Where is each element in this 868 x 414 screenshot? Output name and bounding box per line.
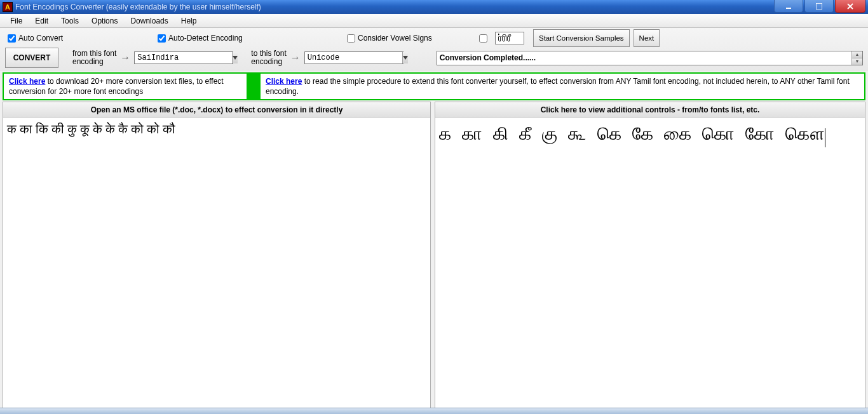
maximize-button[interactable] — [804, 0, 834, 13]
left-pane-body[interactable]: क का कि की कु कू के के कै को को कौ — [3, 117, 430, 412]
window-title: Font Encodings Converter (easily extenda… — [15, 3, 261, 11]
auto-detect-checkbox[interactable]: Auto-Detect Encoding — [155, 32, 339, 44]
status-text: Conversion Completed...... — [437, 53, 851, 62]
close-button[interactable] — [835, 0, 865, 13]
taskbar — [0, 408, 868, 414]
arrow-icon: → — [116, 52, 134, 63]
auto-detect-check[interactable] — [158, 34, 166, 43]
minimize-button[interactable] — [774, 0, 803, 13]
vowel-signs-check[interactable] — [347, 34, 355, 43]
menu-tools[interactable]: Tools — [55, 15, 85, 27]
chevron-down-icon — [403, 55, 408, 60]
toolbar-row-1: Auto Convert Auto-Detect Encoding Consid… — [5, 30, 863, 46]
sample-toggle[interactable] — [477, 32, 490, 44]
procedure-link[interactable]: Click here — [266, 77, 302, 86]
app-icon-letter: A — [5, 3, 10, 11]
menu-downloads[interactable]: Downloads — [124, 15, 174, 27]
download-link[interactable]: Click here — [9, 77, 45, 86]
converted-text[interactable]: க கா கி கீ கு கூ கெ கே கை கொ கோ கௌ — [439, 124, 825, 144]
svg-marker-4 — [233, 56, 238, 60]
spinner-up[interactable]: ▲ — [852, 51, 862, 58]
info-right-text: to read the simple procedure to extend t… — [266, 77, 850, 96]
auto-detect-label: Auto-Detect Encoding — [168, 34, 243, 43]
menu-file[interactable]: File — [4, 15, 29, 27]
sample-input[interactable] — [495, 32, 524, 44]
chevron-down-icon — [233, 55, 238, 60]
right-pane-header[interactable]: Click here to view additional controls -… — [435, 102, 865, 117]
titlebar: A Font Encodings Converter (easily exten… — [0, 0, 868, 14]
auto-convert-check[interactable] — [8, 34, 16, 43]
vowel-signs-checkbox[interactable]: Consider Vowel Signs — [344, 32, 471, 44]
right-pane-body[interactable]: க கா கி கீ கு கூ கெ கே கை கொ கோ கௌ — [435, 117, 865, 412]
info-box-right: Click here to read the simple procedure … — [259, 72, 865, 100]
menubar: File Edit Tools Options Downloads Help — [0, 14, 868, 28]
auto-convert-label: Auto Convert — [18, 34, 63, 43]
minimize-icon — [785, 3, 792, 10]
menu-options[interactable]: Options — [85, 15, 124, 27]
from-encoding-input[interactable] — [135, 52, 232, 63]
window-controls — [774, 0, 868, 13]
next-button[interactable]: Next — [634, 29, 660, 47]
panes: Open an MS office file (*.doc, *.docx) t… — [3, 102, 865, 413]
svg-rect-1 — [816, 3, 822, 10]
svg-marker-5 — [403, 56, 408, 60]
arrow-icon-2: → — [287, 52, 304, 63]
vowel-signs-label: Consider Vowel Signs — [358, 34, 432, 43]
status-spinner[interactable]: ▲ ▼ — [851, 51, 862, 65]
toolbar-row-2: CONVERT from this fontencoding → to this… — [5, 47, 863, 69]
close-icon — [847, 3, 853, 10]
text-cursor — [825, 128, 825, 147]
from-encoding-dropdown[interactable] — [232, 52, 238, 63]
to-encoding-combo[interactable] — [304, 51, 403, 64]
info-separator — [248, 72, 259, 100]
menu-edit[interactable]: Edit — [29, 15, 55, 27]
convert-button[interactable]: CONVERT — [5, 48, 58, 68]
to-encoding-label: to this fontencoding — [251, 50, 286, 66]
from-encoding-combo[interactable] — [134, 51, 233, 64]
left-pane-header[interactable]: Open an MS office file (*.doc, *.docx) t… — [3, 102, 430, 117]
maximize-icon — [816, 3, 822, 10]
to-encoding-input[interactable] — [305, 52, 402, 63]
app-icon: A — [3, 2, 13, 12]
sample-toggle-check[interactable] — [479, 34, 487, 43]
info-banner: Click here to download 20+ more conversi… — [3, 72, 865, 100]
info-box-left: Click here to download 20+ more conversi… — [3, 72, 248, 100]
svg-rect-0 — [786, 8, 791, 9]
auto-convert-checkbox[interactable]: Auto Convert — [5, 32, 150, 44]
spinner-down[interactable]: ▼ — [852, 58, 862, 65]
source-text[interactable]: क का कि की कु कू के के कै को को कौ — [7, 120, 426, 138]
toolbar: Auto Convert Auto-Detect Encoding Consid… — [0, 28, 868, 71]
start-samples-button[interactable]: Start Conversion Samples — [533, 29, 630, 47]
left-pane: Open an MS office file (*.doc, *.docx) t… — [3, 102, 431, 413]
status-box: Conversion Completed...... ▲ ▼ — [437, 51, 863, 65]
right-pane: Click here to view additional controls -… — [435, 102, 865, 413]
menu-help[interactable]: Help — [175, 15, 203, 27]
from-encoding-label: from this fontencoding — [72, 50, 116, 66]
to-encoding-dropdown[interactable] — [402, 52, 408, 63]
